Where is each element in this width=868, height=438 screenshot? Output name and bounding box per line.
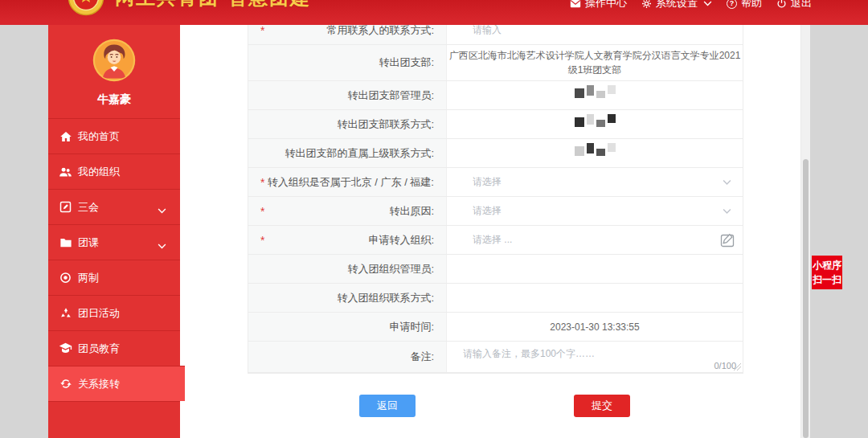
sidebar-item-sanhui[interactable]: 三会 xyxy=(48,189,180,224)
form-actions: 返回 提交 xyxy=(248,395,742,417)
apply-time-label: 申请时间: xyxy=(248,313,447,341)
in-org-contact-label: 转入团组织联系方式: xyxy=(248,284,447,312)
recycle-icon xyxy=(59,306,72,320)
submit-button[interactable]: 提交 xyxy=(574,395,630,417)
sidebar-item-league-day-activity[interactable]: 团日活动 xyxy=(48,295,180,330)
transfer-reason-select[interactable]: 请选择 xyxy=(447,204,743,218)
out-branch-label: 转出团支部: xyxy=(248,45,447,80)
top-header: 网上共青团·智慧团建 操作中心系统设置?帮助退出 xyxy=(0,0,868,25)
nav-action-center[interactable]: 操作中心 xyxy=(570,0,627,10)
target-organization-select[interactable]: 请选择 ... xyxy=(447,233,743,247)
form-row-target-region: *转入组织是否属于北京 / 广东 / 福建:请选择 xyxy=(248,168,743,197)
league-emblem-icon xyxy=(68,0,104,16)
power-icon xyxy=(776,0,787,9)
out-branch-value: 广西区北海市北海艺术设计学院人文教育学院分汉语言文学专业2021级1班团支部 xyxy=(447,45,743,80)
chevron-down-icon xyxy=(703,1,712,6)
user-name: 牛嘉豪 xyxy=(48,92,180,107)
bullseye-icon xyxy=(59,271,72,284)
resize-grip-icon[interactable] xyxy=(734,363,741,370)
apply-time-value: 2023-01-30 13:33:55 xyxy=(447,317,743,338)
scrollbar-thumb[interactable] xyxy=(803,159,809,438)
frequent-contact-input[interactable]: 请输入 xyxy=(447,23,743,37)
required-asterisk: * xyxy=(260,234,264,247)
sidebar-item-relation-transfer[interactable]: 关系接转 xyxy=(48,366,185,401)
target-organization-label: *申请转入组织: xyxy=(248,226,447,254)
edit-icon[interactable] xyxy=(719,232,735,248)
required-asterisk: * xyxy=(260,205,264,218)
form-row-out-branch-superior-contact: 转出团支部的直属上级联系方式: xyxy=(248,139,743,168)
folder-icon xyxy=(59,235,72,249)
users-icon xyxy=(59,165,72,178)
home-icon xyxy=(59,129,72,143)
brand: 网上共青团·智慧团建 xyxy=(68,0,311,16)
form-row-transfer-reason: *转出原因:请选择 xyxy=(248,197,743,226)
out-branch-contact-label: 转出团支部联系方式: xyxy=(248,110,447,138)
sync-icon xyxy=(59,377,72,391)
main-content: *常用联系人的联系方式:请输入转出团支部:广西区北海市北海艺术设计学院人文教育学… xyxy=(180,0,810,438)
nav-help[interactable]: ?帮助 xyxy=(727,0,762,10)
form-row-apply-time: 申请时间:2023-01-30 13:33:55 xyxy=(248,313,743,342)
back-button[interactable]: 返回 xyxy=(359,395,416,417)
remark-textarea[interactable]: 请输入备注，最多100个字……0/100 xyxy=(447,342,743,372)
sidebar-item-organization[interactable]: 我的组织 xyxy=(48,154,180,189)
transfer-reason-label: *转出原因: xyxy=(248,197,447,225)
pen-square-icon xyxy=(59,200,72,214)
chevron-down-icon xyxy=(723,179,731,185)
form-row-in-org-admin: 转入团组织管理员: xyxy=(248,255,743,284)
question-icon: ? xyxy=(727,0,737,9)
out-branch-admin-redacted-value xyxy=(447,85,743,106)
mini-program-qr-badge[interactable]: 小程序 扫一扫 xyxy=(812,256,842,289)
sidebar-item-liangzhi[interactable]: 两制 xyxy=(48,260,180,295)
chevron-down-icon xyxy=(158,204,166,216)
form-row-remark: 备注:请输入备注，最多100个字……0/100 xyxy=(248,342,743,373)
grad-cap-icon xyxy=(59,342,72,355)
avatar xyxy=(92,39,136,82)
badge-line2: 扫一扫 xyxy=(813,272,841,287)
in-org-admin-label: 转入团组织管理员: xyxy=(248,255,447,283)
sidebar-item-member-education[interactable]: 团员教育 xyxy=(48,330,180,366)
out-branch-superior-contact-label: 转出团支部的直属上级联系方式: xyxy=(248,139,447,167)
badge-line1: 小程序 xyxy=(813,258,841,272)
target-region-select[interactable]: 请选择 xyxy=(447,175,743,189)
chevron-down-icon xyxy=(723,208,731,214)
out-branch-contact-redacted-value xyxy=(447,114,743,135)
required-asterisk: * xyxy=(260,24,264,37)
gear-icon xyxy=(641,0,652,9)
header-nav: 操作中心系统设置?帮助退出 xyxy=(570,0,812,10)
chevron-down-icon xyxy=(158,239,166,252)
transfer-form: *常用联系人的联系方式:请输入转出团支部:广西区北海市北海艺术设计学院人文教育学… xyxy=(248,14,743,374)
form-row-target-organization: *申请转入组织:请选择 ... xyxy=(248,226,743,255)
nav-logout[interactable]: 退出 xyxy=(776,0,812,10)
scrollbar-track[interactable] xyxy=(800,25,810,438)
app-viewport: *常用联系人的联系方式:请输入转出团支部:广西区北海市北海艺术设计学院人文教育学… xyxy=(0,0,868,438)
out-branch-admin-label: 转出团支部管理员: xyxy=(248,81,447,109)
sidebar-menu: 我的首页我的组织三会团课两制团日活动团员教育关系接转 xyxy=(48,118,180,402)
required-asterisk: * xyxy=(260,176,264,189)
form-row-in-org-contact: 转入团组织联系方式: xyxy=(248,284,743,313)
sidebar-item-home[interactable]: 我的首页 xyxy=(48,118,180,154)
target-region-label: *转入组织是否属于北京 / 广东 / 福建: xyxy=(248,168,447,196)
char-counter: 0/100 xyxy=(714,361,736,370)
sidebar: 牛嘉豪 我的首页我的组织三会团课两制团日活动团员教育关系接转 xyxy=(48,0,180,438)
form-row-out-branch-contact: 转出团支部联系方式: xyxy=(248,110,743,139)
form-row-out-branch-admin: 转出团支部管理员: xyxy=(248,81,743,110)
form-row-out-branch: 转出团支部:广西区北海市北海艺术设计学院人文教育学院分汉语言文学专业2021级1… xyxy=(248,45,743,81)
remark-label: 备注: xyxy=(248,342,447,372)
sidebar-item-league-class[interactable]: 团课 xyxy=(48,224,180,260)
out-branch-superior-contact-redacted-value xyxy=(447,143,743,164)
nav-system-settings[interactable]: 系统设置 xyxy=(641,0,712,10)
envelope-icon xyxy=(570,0,581,8)
site-title: 网上共青团·智慧团建 xyxy=(115,0,311,16)
